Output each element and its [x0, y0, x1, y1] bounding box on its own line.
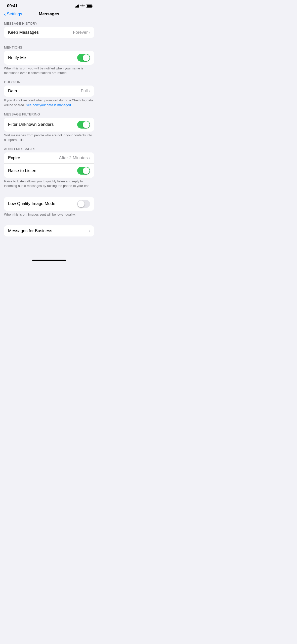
low-quality-image-mode-toggle[interactable] — [77, 200, 90, 208]
status-icons — [75, 4, 93, 8]
settings-content: MESSAGE HISTORY Keep Messages Forever › … — [0, 20, 98, 258]
message-filtering-caption: Sort messages from people who are not in… — [0, 132, 98, 145]
notify-me-toggle[interactable] — [77, 54, 90, 62]
audio-messages-caption: Raise to Listen allows you to quickly li… — [0, 178, 98, 191]
status-bar: 09:41 — [0, 0, 98, 11]
messages-for-business-label: Messages for Business — [8, 228, 52, 233]
back-chevron-icon: ‹ — [4, 12, 6, 17]
raise-to-listen-toggle[interactable] — [77, 167, 90, 175]
card-low-quality: Low Quality Image Mode — [4, 197, 94, 211]
row-notify-me: Notify Me — [4, 51, 94, 65]
chevron-right-icon: › — [89, 89, 90, 93]
row-expire[interactable]: Expire After 2 Minutes › — [4, 152, 94, 164]
chevron-right-icon: › — [89, 229, 90, 233]
back-label: Settings — [7, 12, 22, 17]
notify-me-label: Notify Me — [8, 55, 26, 60]
mentions-caption: When this is on, you will be notified wh… — [0, 65, 98, 78]
card-check-in: Data Full › — [4, 86, 94, 97]
nav-bar: ‹ Settings Messages — [0, 11, 98, 20]
row-messages-for-business[interactable]: Messages for Business › — [4, 225, 94, 236]
row-data[interactable]: Data Full › — [4, 86, 94, 97]
expire-value: After 2 Minutes › — [59, 155, 90, 160]
section-header-message-filtering: MESSAGE FILTERING — [0, 110, 98, 118]
card-message-filtering: Filter Unknown Senders — [4, 118, 94, 132]
toggle-thumb — [83, 54, 90, 61]
card-message-history: Keep Messages Forever › — [4, 27, 94, 38]
row-raise-to-listen: Raise to Listen — [4, 164, 94, 178]
keep-messages-label: Keep Messages — [8, 30, 39, 35]
check-in-link[interactable]: See how your data is managed… — [26, 103, 74, 107]
status-time: 09:41 — [7, 4, 18, 9]
section-header-check-in: CHECK IN — [0, 78, 98, 86]
section-header-audio-messages: AUDIO MESSAGES — [0, 145, 98, 152]
card-messages-for-business: Messages for Business › — [4, 225, 94, 236]
toggle-thumb — [78, 200, 84, 207]
row-low-quality-image-mode: Low Quality Image Mode — [4, 197, 94, 211]
wifi-icon — [80, 4, 84, 8]
data-label: Data — [8, 89, 17, 94]
keep-messages-value: Forever › — [73, 30, 90, 35]
home-indicator — [0, 258, 98, 265]
chevron-right-icon: › — [89, 30, 90, 35]
toggle-thumb — [83, 121, 90, 128]
raise-to-listen-label: Raise to Listen — [8, 168, 36, 173]
low-quality-image-mode-label: Low Quality Image Mode — [8, 201, 55, 206]
back-button[interactable]: ‹ Settings — [4, 12, 22, 17]
messages-for-business-value: › — [89, 229, 90, 233]
home-bar — [32, 260, 66, 261]
signal-icon — [75, 5, 79, 8]
low-quality-caption: When this is on, images sent will be low… — [0, 211, 98, 220]
check-in-caption: If you do not respond when prompted duri… — [0, 97, 98, 110]
filter-unknown-senders-toggle[interactable] — [77, 121, 90, 129]
card-mentions: Notify Me — [4, 51, 94, 65]
row-filter-unknown-senders: Filter Unknown Senders — [4, 118, 94, 132]
filter-unknown-senders-label: Filter Unknown Senders — [8, 122, 54, 127]
row-keep-messages[interactable]: Keep Messages Forever › — [4, 27, 94, 38]
expire-label: Expire — [8, 155, 20, 160]
data-value: Full › — [81, 89, 90, 94]
toggle-thumb — [83, 167, 90, 174]
page-title: Messages — [39, 12, 59, 17]
card-audio-messages: Expire After 2 Minutes › Raise to Listen — [4, 152, 94, 178]
section-header-mentions: MENTIONS — [0, 44, 98, 51]
section-header-message-history: MESSAGE HISTORY — [0, 20, 98, 27]
chevron-right-icon: › — [89, 156, 90, 160]
battery-icon — [86, 5, 93, 8]
